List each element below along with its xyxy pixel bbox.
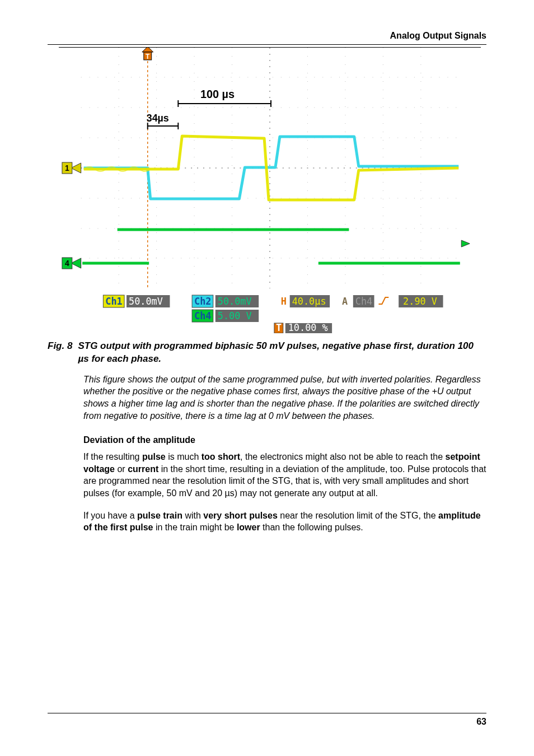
figure-caption: Fig. 8 STG output with programmed biphas… <box>48 340 486 366</box>
svg-text:T: T <box>146 53 150 60</box>
svg-text:Ch1: Ch1 <box>105 296 122 307</box>
section-heading: Deviation of the amplitude <box>83 435 486 445</box>
figure-label: Fig. 8 <box>48 340 72 366</box>
svg-marker-24 <box>71 258 81 268</box>
svg-text:10.00 %: 10.00 % <box>288 322 328 333</box>
page-number: 63 <box>476 717 486 726</box>
svg-text:Ch4: Ch4 <box>194 310 211 321</box>
figure-description: This figure shows the output of the same… <box>83 374 486 422</box>
svg-text:34µs: 34µs <box>147 113 169 124</box>
svg-text:100 µs: 100 µs <box>200 88 235 100</box>
paragraph-2: If you have a pulse train with very shor… <box>83 510 486 534</box>
oscilloscope-svg: T 1 4 <box>59 48 481 333</box>
svg-text:50.0mV: 50.0mV <box>129 296 163 307</box>
svg-text:5.00 V: 5.00 V <box>218 310 252 321</box>
svg-text:2.90 V: 2.90 V <box>403 296 437 307</box>
figure-title: STG output with programmed biphasic 50 m… <box>78 340 486 366</box>
svg-text:T: T <box>276 322 282 333</box>
oscilloscope-figure: T 1 4 <box>59 47 481 333</box>
page-footer: 63 <box>48 713 486 727</box>
svg-text:Ch2: Ch2 <box>194 296 211 307</box>
paragraph-1: If the resulting pulse is much too short… <box>83 451 486 499</box>
svg-text:1: 1 <box>65 164 69 172</box>
svg-text:A: A <box>342 296 348 307</box>
ch4-marker: 4 <box>62 258 81 269</box>
document-page: Analog Output Signals <box>0 0 534 756</box>
ch1-marker: 1 <box>62 162 81 174</box>
svg-text:4: 4 <box>65 259 69 268</box>
svg-text:Ch4: Ch4 <box>355 296 372 307</box>
svg-text:50.0mV: 50.0mV <box>218 296 252 307</box>
svg-text:H: H <box>281 296 287 307</box>
svg-text:40.0µs: 40.0µs <box>292 296 326 307</box>
svg-marker-21 <box>71 163 81 173</box>
running-head: Analog Output Signals <box>48 31 486 45</box>
trig-level-arrow <box>461 240 470 247</box>
